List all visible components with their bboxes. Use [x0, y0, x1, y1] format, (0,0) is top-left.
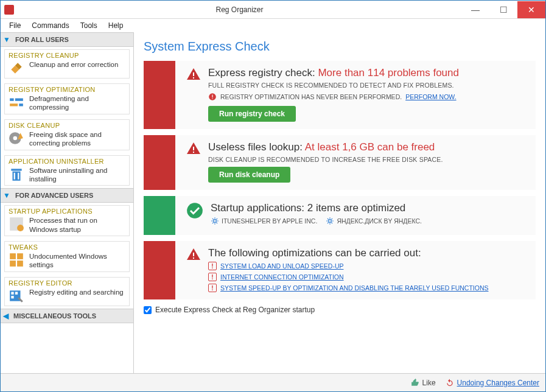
- sidebar-item-registry-cleanup[interactable]: REGISTRY CLEANUP Cleanup and error corre…: [4, 49, 130, 79]
- sidebar-item-registry-optimization[interactable]: REGISTRY OPTIMIZATION Defragmenting and …: [4, 83, 130, 114]
- svg-rect-23: [212, 95, 212, 98]
- svg-rect-13: [17, 253, 23, 259]
- svg-rect-20: [193, 72, 194, 76]
- card-startup: Startup applications: 2 items are optimi…: [144, 196, 536, 235]
- svg-point-29: [329, 220, 332, 223]
- opt-badge-icon: !: [208, 262, 217, 270]
- chevron-down-icon: ▼: [3, 191, 10, 200]
- svg-point-27: [187, 203, 203, 219]
- startup-check-label: Execute Express Check at Reg Organizer s…: [155, 306, 315, 314]
- stripe-red: [144, 61, 175, 129]
- chevron-down-icon: ▼: [3, 35, 10, 44]
- menu-tools[interactable]: Tools: [75, 20, 102, 31]
- menubar: File Commands Tools Help: [1, 19, 545, 32]
- app-icon: [4, 5, 14, 15]
- svg-rect-17: [11, 292, 13, 294]
- stripe-green: [144, 196, 175, 235]
- undo-icon: [446, 379, 454, 387]
- card-subtitle: FULL REGISTRY CHECK IS RECOMMENDED TO DE…: [208, 82, 527, 89]
- svg-rect-19: [11, 296, 13, 298]
- alert-icon: [208, 93, 217, 101]
- sidebar-item-uninstaller[interactable]: APPLICATION UNINSTALLER Software uninsta…: [4, 155, 130, 186]
- card-title: Startup applications: 2 items are optimi…: [211, 202, 527, 214]
- sidebar-item-tweaks[interactable]: TWEAKS Undocumented Windows settings: [4, 241, 130, 272]
- gear-icon: [211, 217, 219, 225]
- opt-badge-icon: !: [208, 284, 217, 292]
- menu-file[interactable]: File: [4, 20, 26, 31]
- titlebar: Reg Organizer — ☐ ✕: [1, 1, 545, 19]
- windows-icon: [9, 252, 24, 268]
- svg-rect-1: [15, 99, 23, 101]
- svg-rect-9: [18, 172, 19, 179]
- startup-item: ITUNESHELPER BY APPLE INC.: [211, 217, 317, 225]
- stripe-red: [144, 135, 175, 190]
- maximize-button[interactable]: ☐: [489, 1, 517, 18]
- card-title: Useless files lookup: At least 1,6 GB ca…: [208, 141, 527, 153]
- sidebar-item-registry-editor[interactable]: REGISTRY EDITOR Registry editing and sea…: [4, 277, 130, 306]
- warning-icon: [186, 247, 201, 262]
- trash-icon: [9, 166, 24, 182]
- svg-rect-26: [193, 152, 194, 153]
- svg-rect-21: [193, 77, 194, 79]
- menu-commands[interactable]: Commands: [27, 20, 74, 31]
- flag-icon: [9, 216, 24, 232]
- svg-rect-25: [193, 147, 194, 150]
- opt-link-1[interactable]: SYSTEM LOAD AND UNLOAD SPEED-UP: [220, 262, 343, 270]
- perform-now-link[interactable]: PERFORM NOW.: [405, 93, 456, 100]
- run-disk-cleanup-button[interactable]: Run disk cleanup: [208, 167, 290, 183]
- svg-rect-7: [11, 169, 21, 170]
- card-subtitle: DISK CLEANUP IS RECOMMENDED TO INCREASE …: [208, 156, 527, 163]
- opt-badge-icon: !: [208, 273, 217, 281]
- close-button[interactable]: ✕: [517, 1, 545, 18]
- svg-rect-24: [212, 98, 212, 99]
- opt-link-3[interactable]: SYSTEM SPEED-UP BY OPTIMIZATION AND DISA…: [220, 284, 489, 292]
- section-all-users[interactable]: ▼ FOR ALL USERS: [1, 32, 133, 47]
- card-registry-check: Express registry check: More than 114 pr…: [144, 61, 536, 129]
- page-title: System Express Check: [144, 40, 536, 54]
- gear-icon: [326, 217, 334, 225]
- svg-rect-8: [14, 172, 15, 179]
- svg-rect-6: [13, 171, 21, 180]
- svg-point-28: [214, 220, 217, 223]
- chevron-left-icon: ◀: [3, 312, 9, 320]
- svg-rect-14: [10, 261, 16, 267]
- undoing-changes-link[interactable]: Undoing Changes Center: [446, 379, 539, 387]
- svg-rect-12: [10, 253, 16, 259]
- svg-rect-30: [193, 253, 194, 256]
- opt-link-2[interactable]: INTERNET CONNECTION OPTIMIZATION: [220, 273, 344, 281]
- svg-rect-15: [17, 261, 23, 267]
- thumbs-up-icon: [411, 379, 419, 387]
- warning-icon: [186, 67, 201, 82]
- section-advanced-users[interactable]: ▼ FOR ADVANCED USERS: [1, 188, 133, 203]
- sidebar: ▼ FOR ALL USERS REGISTRY CLEANUP Cleanup…: [1, 32, 134, 373]
- svg-rect-31: [193, 257, 194, 259]
- svg-rect-2: [10, 103, 18, 106]
- warning-icon: [186, 141, 201, 156]
- menu-help[interactable]: Help: [103, 20, 128, 31]
- run-registry-check-button[interactable]: Run registry check: [208, 106, 296, 122]
- sidebar-item-startup[interactable]: STARTUP APPLICATIONS Processes that run …: [4, 205, 130, 236]
- minimize-button[interactable]: —: [461, 1, 489, 18]
- svg-point-11: [17, 225, 24, 231]
- stripe-red: [144, 241, 175, 299]
- svg-rect-3: [19, 103, 23, 106]
- registry-icon: [9, 288, 24, 304]
- startup-item: ЯНДЕКС.ДИСК BY ЯНДЕКС.: [326, 217, 422, 225]
- card-useless-files: Useless files lookup: At least 1,6 GB ca…: [144, 135, 536, 190]
- check-icon: [186, 202, 203, 219]
- startup-check-checkbox[interactable]: [144, 306, 152, 314]
- card-optimizations: The following optimizations can be carri…: [144, 241, 536, 299]
- svg-rect-18: [15, 292, 18, 294]
- svg-rect-0: [10, 99, 14, 101]
- like-button[interactable]: Like: [411, 379, 436, 387]
- card-title: Express registry check: More than 114 pr…: [208, 67, 527, 79]
- disk-icon: [9, 130, 24, 146]
- main-panel: System Express Check Express registry ch…: [134, 32, 545, 373]
- statusbar: Like Undoing Changes Center: [1, 373, 545, 391]
- sidebar-item-disk-cleanup[interactable]: DISK CLEANUP Freeing disk space and corr…: [4, 119, 130, 150]
- defrag-icon: [9, 94, 24, 110]
- section-misc-tools[interactable]: ◀ MISCELLANEOUS TOOLS: [1, 309, 133, 323]
- window-title: Reg Organizer: [18, 5, 461, 14]
- svg-point-5: [13, 136, 17, 141]
- broom-icon: [9, 60, 24, 76]
